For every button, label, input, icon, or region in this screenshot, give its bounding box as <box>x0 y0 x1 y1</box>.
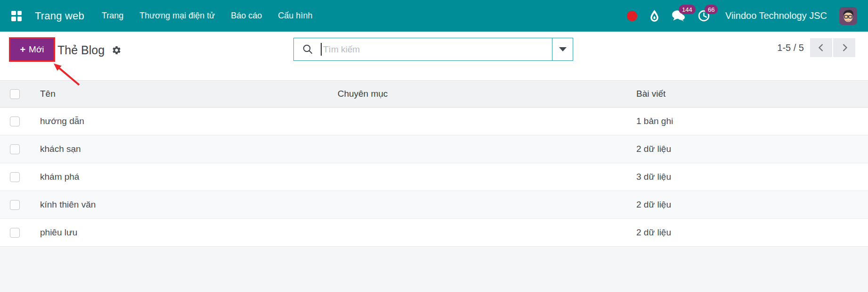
table-row[interactable]: hướng dẫn 1 bản ghi <box>0 108 868 135</box>
table-header-row: Tên Chuyên mục Bài viết <box>0 80 868 108</box>
search-icon <box>302 44 313 55</box>
table-row[interactable]: kính thiên văn 2 dữ liệu <box>0 191 868 219</box>
tag-post-count: 2 dữ liệu <box>636 227 868 238</box>
tag-name[interactable]: kính thiên văn <box>31 200 259 210</box>
search-bar <box>293 38 573 61</box>
table-body: hướng dẫn 1 bản ghi khách sạn 2 dữ liệu … <box>0 108 868 247</box>
pager-next-button[interactable] <box>833 38 855 57</box>
top-navbar: Trang web Trang Thương mại điện tử Báo c… <box>0 0 868 32</box>
activities-clock-icon[interactable]: 66 <box>698 9 710 22</box>
row-checkbox[interactable] <box>10 172 20 182</box>
menu-item-reports[interactable]: Báo cáo <box>231 11 262 21</box>
search-box[interactable] <box>293 38 552 61</box>
table-row[interactable]: khám phá 3 dữ liệu <box>0 163 868 191</box>
brand-website-menu[interactable]: Trang web <box>35 10 84 22</box>
breadcrumb: Thẻ Blog <box>57 42 122 58</box>
messages-icon[interactable]: 144 <box>672 9 685 22</box>
search-input[interactable] <box>322 38 552 60</box>
table-row[interactable]: khách sạn 2 dữ liệu <box>0 135 868 163</box>
tag-post-count: 2 dữ liệu <box>636 200 868 210</box>
annotation-highlight-box: + Mới <box>9 37 55 62</box>
menu-item-configuration[interactable]: Cấu hình <box>278 11 312 21</box>
tag-name[interactable]: hướng dẫn <box>31 116 259 126</box>
page-title: Thẻ Blog <box>57 43 105 57</box>
pager: 1-5 / 5 <box>777 38 855 57</box>
row-checkbox[interactable] <box>10 200 20 210</box>
tag-post-count: 1 bản ghi <box>636 116 868 126</box>
tag-name[interactable]: phiêu lưu <box>31 227 259 238</box>
livechat-droplet-icon[interactable] <box>649 9 659 22</box>
pager-prev-button[interactable] <box>810 38 832 57</box>
tag-name[interactable]: khách sạn <box>31 144 259 154</box>
recording-indicator-icon <box>627 11 637 21</box>
select-all-checkbox[interactable] <box>10 89 20 99</box>
user-company-menu[interactable]: Viindoo Technology JSC <box>725 10 827 21</box>
column-header-category[interactable]: Chuyên mục <box>259 89 466 99</box>
column-header-posts[interactable]: Bài viết <box>636 89 868 99</box>
row-checkbox[interactable] <box>10 144 20 154</box>
tag-post-count: 3 dữ liệu <box>636 172 868 182</box>
gear-icon[interactable] <box>112 45 122 55</box>
row-checkbox[interactable] <box>10 117 20 126</box>
chevron-down-icon <box>559 47 567 51</box>
plus-icon: + <box>20 45 25 54</box>
tag-name[interactable]: khám phá <box>31 172 259 182</box>
table-row[interactable]: phiêu lưu 2 dữ liệu <box>0 219 868 247</box>
new-button[interactable]: + Mới <box>10 39 54 60</box>
row-checkbox[interactable] <box>10 228 20 238</box>
tag-post-count: 2 dữ liệu <box>636 144 868 154</box>
column-header-name[interactable]: Tên <box>31 89 259 99</box>
search-dropdown-button[interactable] <box>552 38 573 61</box>
chevron-right-icon <box>839 42 850 53</box>
activities-count-badge: 66 <box>705 5 718 14</box>
apps-grid-icon[interactable] <box>11 11 22 21</box>
chevron-left-icon <box>816 42 827 53</box>
control-panel: + Mới Thẻ Blog <box>0 32 868 80</box>
menu-item-pages[interactable]: Trang <box>102 11 123 21</box>
avatar[interactable] <box>839 7 857 25</box>
new-button-label: Mới <box>29 44 44 55</box>
topbar-right: 144 66 Viindoo Technology JSC <box>627 7 868 25</box>
content-background <box>0 247 868 292</box>
menu-item-ecommerce[interactable]: Thương mại điện tử <box>139 11 215 21</box>
messages-count-badge: 144 <box>679 5 696 14</box>
page: Trang web Trang Thương mại điện tử Báo c… <box>0 0 868 292</box>
pager-range: 1-5 / 5 <box>777 42 804 53</box>
blog-tags-list: Tên Chuyên mục Bài viết hướng dẫn 1 bản … <box>0 80 868 247</box>
main-menu: Trang Thương mại điện tử Báo cáo Cấu hìn… <box>102 11 312 21</box>
